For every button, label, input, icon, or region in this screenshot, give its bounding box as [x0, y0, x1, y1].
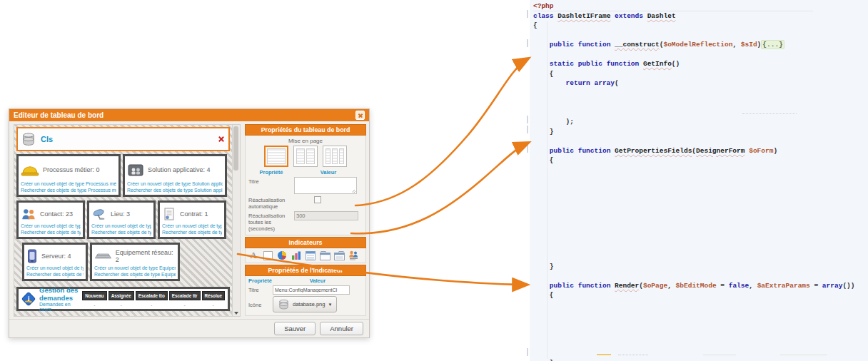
blank-dashlet-icon[interactable]: [262, 250, 273, 261]
database-icon: [278, 298, 290, 310]
code-line: [533, 175, 865, 185]
indicator-title-label: Titre: [248, 285, 273, 293]
indicator-properties-header: Propriétés de l'Indicateur: [245, 265, 366, 276]
arrow-to-getinfo: [355, 59, 528, 205]
status-value: -: [94, 302, 95, 307]
search-object-link[interactable]: Rechercher des objets de type Processus …: [21, 188, 116, 194]
gutter-change-mark: [527, 348, 528, 356]
search-object-link[interactable]: Rechercher des objets de type Contrat: [162, 230, 222, 236]
search-object-link[interactable]: Rechercher des objets de type Serveur: [26, 272, 84, 278]
network-device-icon: [94, 250, 112, 262]
board-title-input[interactable]: [294, 177, 357, 194]
create-object-link[interactable]: Créer un nouvel objet de type Serveur: [26, 265, 84, 272]
dashlet-tile-solution-applicative[interactable]: Solution applicative: 4 Créer un nouvel …: [123, 154, 227, 197]
create-object-link[interactable]: Créer un nouvel objet de type Lieu: [91, 223, 151, 230]
dialog-titlebar: Editeur de tableau de bord: [9, 109, 369, 121]
tile-title: Contrat: 1: [180, 210, 208, 218]
refresh-interval-input[interactable]: [294, 211, 358, 220]
code-line: [533, 50, 865, 60]
layout-option-two-columns[interactable]: [293, 146, 318, 167]
board-title-label: Titre: [248, 177, 294, 185]
create-object-link[interactable]: Créer un nouvel objet de type Contact: [21, 223, 81, 230]
chevron-down-icon: ▼: [328, 302, 332, 307]
code-line: [533, 310, 865, 320]
demandes-en-cours-link[interactable]: Demandes en cours: [39, 302, 79, 312]
dialog-title: Editeur de tableau de bord: [14, 111, 104, 119]
icon-select-dropdown[interactable]: database.png ▼: [273, 296, 337, 312]
create-object-link[interactable]: Créer un nouvel objet de type Processus …: [21, 181, 116, 188]
indicator-title-input[interactable]: [273, 285, 350, 295]
search-object-link[interactable]: Rechercher des objets de type Lieu: [91, 230, 151, 236]
auto-refresh-label: Réactualisation automatique: [248, 195, 314, 210]
code-line: {: [533, 290, 865, 300]
application-icon: [127, 163, 144, 177]
code-line: class DashletIFrame extends Dashlet: [533, 11, 865, 21]
code-line: [533, 300, 865, 310]
list-dashlet-icon[interactable]: [305, 250, 316, 261]
dashboard-canvas-wrap: CIs Processus métier: 0 Créer un nouvel …: [14, 124, 241, 317]
code-line: {: [533, 69, 865, 79]
save-button[interactable]: Sauver: [274, 322, 316, 335]
search-object-link[interactable]: Rechercher des objets de type Solution a…: [127, 188, 223, 194]
layout-option-one-column[interactable]: [264, 146, 288, 167]
code-line: [533, 320, 865, 330]
code-line: [533, 88, 865, 98]
code-line: public function GetPropertiesFields(Desi…: [533, 146, 865, 156]
dashlet-tile-contrat[interactable]: Contrat: 1 Créer un nouvel objet de type…: [158, 200, 226, 239]
location-icon: [91, 208, 107, 220]
dashlet-tile-contact[interactable]: Contact: 23 Créer un nouvel objet de typ…: [16, 200, 85, 239]
code-line: [533, 136, 865, 146]
remove-group-button[interactable]: [217, 135, 226, 143]
gutter-change-mark: [527, 10, 528, 18]
gutter-change-mark: [527, 145, 528, 153]
code-line: [533, 185, 865, 195]
status-chip: Nouveau: [82, 291, 107, 300]
code-line: [533, 252, 865, 262]
code-lines: <?phpclass DashletIFrame extends Dashlet…: [533, 1, 865, 361]
dashlet-tile-serveur[interactable]: Serveur: 4 Créer un nouvel objet de type…: [22, 243, 88, 281]
dashlet-tile-gestion-demandes[interactable]: i Gestion des demandes Demandes en cours…: [16, 287, 230, 311]
dashlet-tile-processus-metier[interactable]: Processus métier: 0 Créer un nouvel obje…: [16, 154, 121, 197]
dialog-close-button[interactable]: [355, 111, 365, 120]
dashboard-canvas: CIs Processus métier: 0 Créer un nouvel …: [14, 125, 232, 316]
search-object-link[interactable]: Rechercher des objets de type Contact: [21, 230, 81, 236]
pie-chart-dashlet-icon[interactable]: [276, 250, 288, 261]
create-object-link[interactable]: Créer un nouvel objet de type Solution a…: [127, 181, 223, 188]
group-header-cis[interactable]: CIs: [16, 127, 230, 151]
request-status-chips: Nouveau- Assignée- Escalade tto- Escalad…: [82, 291, 225, 307]
refresh-interval-label: Réactualisation toutes les (secondes): [248, 211, 294, 232]
scrollbar-thumb[interactable]: [233, 126, 238, 171]
code-line: [533, 348, 865, 358]
badge-dashlet-icon[interactable]: [348, 250, 359, 261]
canvas-scrollbar[interactable]: [232, 125, 240, 316]
object-list-dashlet-icon[interactable]: [319, 250, 330, 261]
code-line: [533, 271, 865, 281]
gutter-change-mark: [527, 116, 528, 123]
code-line: [533, 98, 865, 108]
create-object-link[interactable]: Créer un nouvel objet de type Contrat: [162, 223, 222, 230]
status-chip: Assignée: [108, 291, 134, 300]
code-line: {: [533, 156, 865, 166]
search-object-link[interactable]: Rechercher des objets de type Equipement…: [94, 272, 176, 278]
tile-title: Contact: 23: [40, 210, 73, 218]
header-dashlet-icon[interactable]: [333, 250, 345, 261]
code-line: [533, 166, 865, 176]
tile-title: Serveur: 4: [41, 253, 71, 260]
cancel-button[interactable]: Annuler: [320, 322, 363, 335]
code-line: [533, 194, 865, 204]
layout-option-three-columns[interactable]: [323, 146, 347, 167]
text-dashlet-icon[interactable]: A: [248, 250, 259, 261]
contract-icon: [162, 208, 176, 220]
scrollbar-down-arrow[interactable]: [234, 312, 238, 315]
status-value: -: [121, 302, 122, 307]
dashlet-tile-lieu[interactable]: Lieu: 3 Créer un nouvel objet de type Li…: [87, 200, 156, 239]
bar-chart-dashlet-icon[interactable]: [291, 250, 302, 261]
status-chip: Résolue: [202, 291, 226, 300]
status-value: -: [184, 302, 186, 307]
dashlet-tile-equipement-reseau[interactable]: Equipement réseau: 2 Créer un nouvel obj…: [90, 243, 180, 281]
properties-panel: Propriétés du tableau de bord Mise en pa…: [245, 124, 366, 316]
auto-refresh-checkbox[interactable]: [314, 196, 321, 203]
code-line: [533, 213, 865, 223]
code-line: <?php: [533, 1, 865, 11]
create-object-link[interactable]: Créer un nouvel objet de type Equipement…: [94, 265, 176, 272]
